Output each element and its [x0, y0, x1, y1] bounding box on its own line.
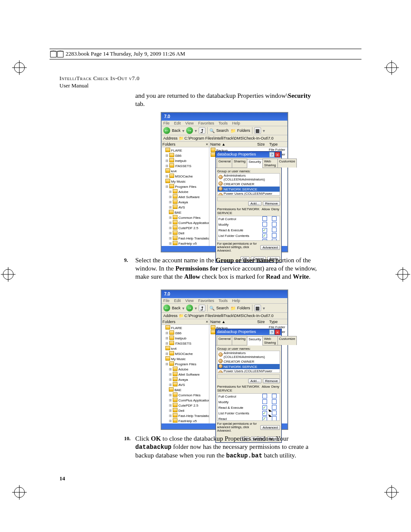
- remove-button[interactable]: Remove: [263, 201, 280, 206]
- tab-websharing[interactable]: Web Sharing: [262, 159, 278, 168]
- column-type[interactable]: Type: [269, 320, 286, 324]
- deny-checkbox[interactable]: [272, 405, 277, 410]
- permissions-list[interactable]: Full ControlModifyRead & ExecuteList Fol…: [217, 393, 280, 421]
- back-icon[interactable]: ←: [163, 305, 170, 311]
- menu-item[interactable]: Tools: [218, 121, 227, 125]
- deny-checkbox[interactable]: [272, 227, 277, 232]
- folders-button[interactable]: Folders: [237, 128, 250, 133]
- tree-node[interactable]: i386: [162, 153, 209, 158]
- tree-node[interactable]: Program Files: [162, 184, 209, 189]
- tree-node[interactable]: i386: [162, 330, 209, 336]
- advanced-button[interactable]: Advanced: [260, 245, 280, 250]
- close-icon[interactable]: ×: [206, 320, 208, 324]
- allow-checkbox[interactable]: [262, 228, 267, 233]
- add-button[interactable]: Add...: [248, 201, 262, 206]
- tree-node[interactable]: Avaya: [162, 199, 209, 205]
- scrollbar[interactable]: [217, 374, 280, 379]
- tree-node[interactable]: Avaya: [162, 377, 209, 382]
- close-icon[interactable]: ×: [206, 142, 208, 146]
- folders-icon[interactable]: 📁: [230, 128, 236, 133]
- deny-checkbox[interactable]: [272, 394, 277, 398]
- tree-node[interactable]: Inetpub: [162, 336, 209, 341]
- help-icon[interactable]: ?: [269, 152, 274, 157]
- column-name[interactable]: Name ▲: [210, 320, 257, 324]
- tab-security[interactable]: Security: [247, 159, 263, 168]
- allow-checkbox[interactable]: [262, 411, 267, 416]
- close-icon[interactable]: ×: [275, 330, 280, 335]
- allow-checkbox[interactable]: [262, 216, 267, 221]
- tree-node[interactable]: Dell: [162, 230, 209, 236]
- tab-websharing[interactable]: Web Sharing: [262, 336, 278, 345]
- deny-checkbox[interactable]: [272, 216, 277, 221]
- tree-node[interactable]: FastHelp v5: [162, 418, 209, 423]
- tree-node[interactable]: kn4: [162, 346, 209, 351]
- tree-node[interactable]: MSOCache: [162, 351, 209, 356]
- back-button[interactable]: Back: [172, 128, 181, 133]
- menu-item[interactable]: Edit: [174, 299, 181, 303]
- column-size[interactable]: Size: [257, 142, 269, 146]
- deny-checkbox[interactable]: [272, 411, 277, 415]
- tree-node[interactable]: FastHelp v5: [162, 241, 209, 246]
- deny-checkbox[interactable]: [272, 416, 277, 421]
- views-icon[interactable]: ▥: [254, 127, 261, 134]
- menu-item[interactable]: File: [163, 299, 170, 303]
- up-icon[interactable]: ⮥: [199, 305, 206, 311]
- menu-item[interactable]: Tools: [218, 299, 227, 303]
- tab-customize[interactable]: Customize: [277, 159, 297, 168]
- back-button[interactable]: Back: [172, 306, 181, 310]
- tree-node[interactable]: Fast-Help Translation Assistant: [162, 413, 209, 418]
- tree-node[interactable]: CutePDF 2.5: [162, 225, 209, 230]
- tree-node[interactable]: BAE: [162, 387, 209, 392]
- tree-node[interactable]: Inetpub: [162, 158, 209, 163]
- tree-node[interactable]: Aliet Software: [162, 194, 209, 199]
- permissions-list[interactable]: Full ControlModifyRead & ExecuteList Fol…: [217, 216, 280, 241]
- tree-node[interactable]: FLARE: [162, 325, 209, 330]
- column-name[interactable]: Name ▲: [210, 142, 257, 146]
- tree-node[interactable]: Dell: [162, 408, 209, 413]
- menu-item[interactable]: Favorites: [198, 121, 214, 125]
- allow-checkbox[interactable]: [262, 417, 267, 421]
- tree-node[interactable]: ComPlus Applications: [162, 220, 209, 225]
- tree-node[interactable]: Fast-Help Translation Assistant: [162, 236, 209, 241]
- tree-node[interactable]: Adobe: [162, 367, 209, 372]
- forward-icon[interactable]: →: [186, 305, 193, 311]
- allow-checkbox[interactable]: [262, 399, 267, 404]
- remove-button[interactable]: Remove: [263, 379, 280, 383]
- tab-general[interactable]: General: [217, 336, 232, 345]
- tab-customize[interactable]: Customize: [277, 336, 297, 345]
- allow-checkbox[interactable]: [262, 394, 267, 398]
- menu-item[interactable]: Edit: [174, 121, 181, 125]
- tree-node[interactable]: ITASSETS: [162, 341, 209, 346]
- column-type[interactable]: Type: [269, 142, 286, 146]
- allow-checkbox[interactable]: [262, 239, 267, 241]
- forward-icon[interactable]: →: [186, 127, 193, 134]
- tree-node[interactable]: MSOCache: [162, 174, 209, 179]
- deny-checkbox[interactable]: [272, 233, 277, 238]
- search-button[interactable]: Search: [216, 128, 229, 133]
- menu-item[interactable]: View: [185, 121, 193, 125]
- tree-node[interactable]: Common Files: [162, 392, 209, 398]
- help-icon[interactable]: ?: [269, 330, 274, 335]
- back-icon[interactable]: ←: [163, 127, 170, 134]
- tree-node[interactable]: AVS: [162, 382, 209, 387]
- tree-node[interactable]: BAE: [162, 210, 209, 215]
- column-size[interactable]: Size: [257, 320, 269, 324]
- search-icon[interactable]: 🔍: [209, 306, 215, 311]
- tab-sharing[interactable]: Sharing: [232, 336, 247, 345]
- group-users-list[interactable]: Administrators (COLLEEN\Administrators) …: [217, 351, 280, 373]
- tree-node[interactable]: AVS: [162, 205, 209, 210]
- group-users-list[interactable]: Administrators (COLLEEN\Administrators) …: [217, 173, 280, 196]
- menu-item[interactable]: View: [185, 299, 193, 303]
- menu-item[interactable]: Favorites: [198, 299, 214, 303]
- menu-item[interactable]: Help: [232, 299, 240, 303]
- tree-node[interactable]: ITASSETS: [162, 163, 209, 168]
- tree-node[interactable]: kn4: [162, 168, 209, 174]
- tree-node[interactable]: Common Files: [162, 215, 209, 220]
- deny-checkbox[interactable]: [272, 239, 277, 241]
- menu-item[interactable]: Help: [232, 121, 240, 125]
- tree-node[interactable]: ComPlus Applications: [162, 398, 209, 403]
- tab-general[interactable]: General: [217, 159, 232, 168]
- address-path[interactable]: C:\Program Files\IntelliTrack\DMS\Check-…: [184, 314, 274, 318]
- tree-node[interactable]: Program Files: [162, 361, 209, 367]
- folders-button[interactable]: Folders: [237, 306, 250, 310]
